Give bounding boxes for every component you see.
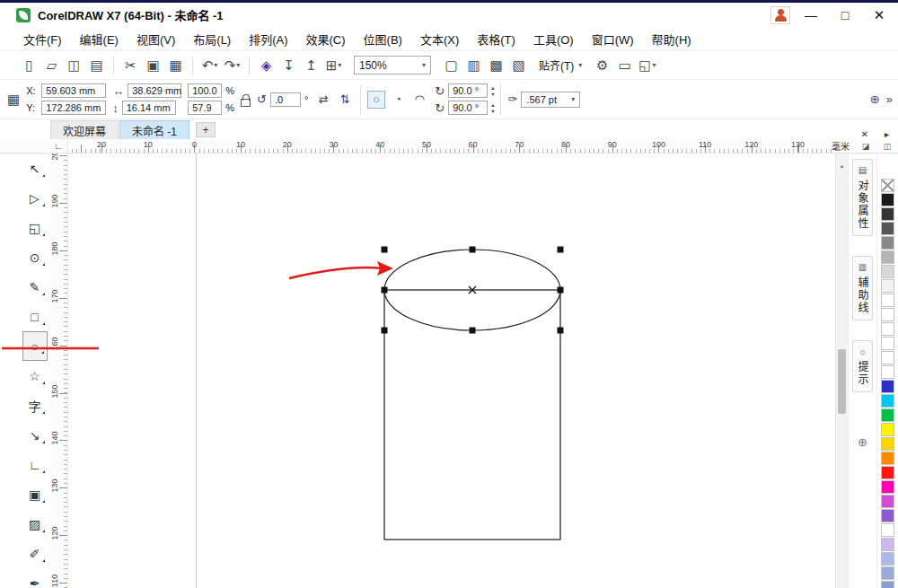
docker-tab-guidelines[interactable]: ▥辅助线 bbox=[852, 256, 873, 320]
color-swatch[interactable] bbox=[881, 265, 894, 278]
pie-mode-button[interactable]: ◔ bbox=[389, 91, 407, 109]
vertical-ruler[interactable]: 200190180170160150140130120110 bbox=[49, 154, 68, 588]
docker-tab-object-properties[interactable]: ▤对象属性 bbox=[852, 159, 873, 236]
parallel-dimension-tool[interactable]: ↘ bbox=[22, 420, 48, 450]
color-swatch[interactable] bbox=[881, 408, 894, 422]
menu-item[interactable]: 效果(C) bbox=[297, 31, 355, 48]
color-swatch[interactable] bbox=[881, 495, 894, 508]
outline-width-select[interactable]: .567 pt ▾ bbox=[521, 92, 580, 108]
application-launcher-icon[interactable]: ⊞▾ bbox=[322, 55, 345, 76]
search-content-icon[interactable]: ◈ bbox=[255, 55, 277, 76]
docker-expand-icon[interactable]: ▸ bbox=[885, 129, 889, 139]
color-swatch[interactable] bbox=[881, 207, 894, 221]
color-swatch[interactable] bbox=[881, 480, 894, 494]
freehand-tool[interactable]: ✎ bbox=[22, 272, 48, 302]
y-position-field[interactable]: 172.286 mm bbox=[41, 101, 106, 115]
menu-item[interactable]: 布局(L) bbox=[184, 31, 240, 48]
color-swatch[interactable] bbox=[881, 452, 894, 465]
docker-close-icon[interactable]: ✕ bbox=[861, 129, 868, 139]
user-account-icon[interactable] bbox=[770, 6, 790, 24]
ellipse-mode-button[interactable]: ○ bbox=[367, 91, 385, 109]
duplicate-icon[interactable]: ▭ bbox=[613, 55, 636, 76]
menu-item[interactable]: 编辑(E) bbox=[71, 31, 128, 48]
ruler-origin-icon[interactable]: ∟ bbox=[54, 141, 63, 151]
tab-welcome-screen[interactable]: 欢迎屏幕 bbox=[50, 120, 119, 139]
paste-icon[interactable]: ▦ bbox=[164, 55, 187, 76]
transparency-tool[interactable]: ▨ bbox=[22, 509, 48, 539]
color-swatch[interactable] bbox=[881, 308, 894, 321]
menu-item[interactable]: 位图(B) bbox=[355, 31, 411, 48]
color-swatch[interactable] bbox=[881, 337, 894, 350]
undo-icon[interactable]: ↶▾ bbox=[198, 55, 221, 76]
zoom-tool[interactable]: ⊙ bbox=[22, 242, 48, 272]
tab-untitled-1[interactable]: 未命名 -1 bbox=[119, 120, 189, 139]
display-options-icon[interactable]: ◱▾ bbox=[636, 55, 658, 76]
close-button[interactable]: ✕ bbox=[866, 7, 893, 23]
color-swatch[interactable] bbox=[881, 523, 894, 537]
scrollbar-thumb[interactable] bbox=[838, 349, 846, 414]
maximize-button[interactable]: □ bbox=[832, 8, 858, 22]
polygon-tool[interactable]: ☆ bbox=[22, 361, 48, 391]
zoom-level-select[interactable]: 150% ▾ bbox=[354, 56, 431, 75]
no-color-swatch[interactable] bbox=[881, 179, 894, 192]
color-swatch[interactable] bbox=[881, 380, 894, 393]
arc-mode-button[interactable]: ◠ bbox=[410, 91, 428, 109]
selection-handle[interactable] bbox=[382, 247, 388, 253]
import-icon[interactable]: ↧ bbox=[277, 55, 300, 76]
object-width-field[interactable]: 38.629 mm bbox=[128, 83, 181, 98]
color-swatch[interactable] bbox=[881, 222, 894, 235]
color-swatch[interactable] bbox=[881, 193, 894, 206]
color-swatch[interactable] bbox=[881, 538, 894, 551]
scroll-up-icon[interactable]: ▴ bbox=[836, 162, 848, 170]
cut-icon[interactable]: ✂ bbox=[119, 55, 142, 76]
export-icon[interactable]: ↥ bbox=[300, 55, 322, 76]
drawing-canvas[interactable] bbox=[68, 154, 835, 588]
color-eyedropper-tool[interactable]: ✐ bbox=[22, 539, 48, 568]
minimize-button[interactable]: — bbox=[797, 8, 824, 22]
new-document-icon[interactable]: ▯ bbox=[18, 55, 40, 76]
color-swatch[interactable] bbox=[881, 566, 894, 580]
ellipse-tool[interactable]: ○ bbox=[22, 331, 48, 361]
drop-shadow-tool[interactable]: ▣ bbox=[22, 479, 48, 509]
color-swatch[interactable] bbox=[881, 581, 894, 588]
lock-ratio-icon[interactable] bbox=[241, 99, 251, 107]
save-icon[interactable]: ◫ bbox=[63, 55, 85, 76]
snap-to-dropdown[interactable]: 贴齐(T) ▾ bbox=[530, 57, 591, 73]
quick-customize-plus-icon[interactable]: ⊕ bbox=[870, 92, 880, 106]
options-icon[interactable]: ⚙ bbox=[591, 55, 613, 76]
x-position-field[interactable]: 59.603 mm bbox=[41, 83, 106, 98]
selection-handle[interactable] bbox=[558, 247, 564, 253]
shape-tool[interactable]: ▷ bbox=[22, 183, 48, 213]
menu-item[interactable]: 排列(A) bbox=[240, 31, 296, 48]
color-swatch[interactable] bbox=[881, 466, 894, 479]
scale-x-field[interactable]: 100.0 bbox=[188, 83, 222, 98]
menu-item[interactable]: 文件(F) bbox=[14, 31, 71, 48]
open-folder-icon[interactable]: ▱ bbox=[40, 55, 63, 76]
show-rulers-icon[interactable]: ▥ bbox=[462, 55, 485, 76]
selection-handle[interactable] bbox=[382, 328, 388, 334]
object-height-field[interactable]: 16.14 mm bbox=[122, 101, 176, 115]
vertical-scrollbar[interactable]: ▴ bbox=[835, 154, 848, 588]
color-swatch[interactable] bbox=[881, 351, 894, 364]
menu-item[interactable]: 工具(O) bbox=[524, 31, 583, 48]
color-swatch[interactable] bbox=[881, 279, 894, 293]
quick-customize-icon[interactable]: ⊕ bbox=[858, 435, 867, 449]
color-swatch[interactable] bbox=[881, 365, 894, 379]
show-guidelines-icon[interactable]: ▧ bbox=[507, 55, 530, 76]
end-angle-stepper[interactable]: ▴▾ bbox=[491, 101, 494, 115]
menu-item[interactable]: 帮助(H) bbox=[643, 31, 700, 48]
redo-icon[interactable]: ↷▾ bbox=[221, 55, 243, 76]
selection-handle[interactable] bbox=[470, 328, 476, 334]
mirror-horizontal-button[interactable]: ⇄ bbox=[314, 91, 332, 109]
color-swatch[interactable] bbox=[881, 250, 894, 264]
menu-item[interactable]: 视图(V) bbox=[128, 31, 184, 48]
show-grid-icon[interactable]: ▩ bbox=[485, 55, 507, 76]
color-swatch[interactable] bbox=[881, 236, 894, 250]
color-swatch[interactable] bbox=[881, 294, 894, 307]
menu-item[interactable]: 表格(T) bbox=[468, 31, 524, 48]
color-swatch[interactable] bbox=[881, 423, 894, 436]
end-angle-field[interactable]: 90.0 ° bbox=[448, 101, 488, 115]
full-screen-preview-icon[interactable]: ▢ bbox=[440, 55, 462, 76]
docker-flyout-icon[interactable]: ◪ bbox=[855, 139, 876, 153]
palette-options-icon[interactable]: ◫ bbox=[876, 139, 898, 153]
